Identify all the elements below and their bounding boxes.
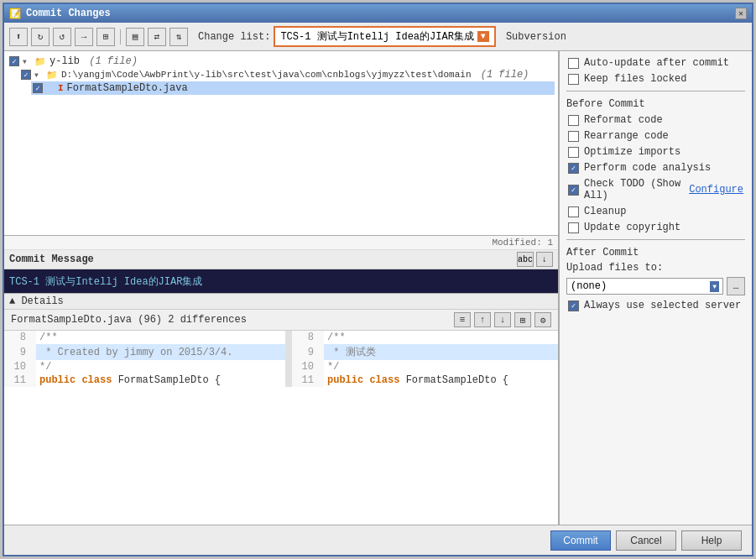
diff-left-marker-3: [29, 360, 36, 374]
update-copyright-row: Update copyright: [566, 221, 745, 234]
tree-item-path[interactable]: ✓ ▼ 📁 D:\yangjm\Code\AwbPrint\y-lib\src\…: [19, 68, 555, 81]
details-header[interactable]: ▲ Details: [4, 294, 558, 310]
cleanup-row: Cleanup: [566, 205, 745, 218]
diff-divider-1: [285, 331, 292, 344]
toolbar-btn-2[interactable]: ↻: [31, 28, 50, 46]
keep-locked-checkbox[interactable]: [568, 74, 579, 85]
divider-1: [566, 91, 745, 91]
diff-left-marker-4: [29, 374, 36, 387]
auto-update-row: Auto-update after commit: [566, 56, 745, 70]
upload-dropdown-arrow-icon: ▼: [710, 281, 719, 292]
diff-btn-align[interactable]: ≡: [454, 312, 471, 327]
dropdown-arrow-icon: ▼: [477, 31, 489, 42]
rearrange-row: Rearrange code: [566, 129, 745, 143]
diff-right-marker-1: [317, 331, 324, 344]
always-use-label: Always use selected server: [584, 300, 741, 311]
diff-right-code-1: /**: [324, 331, 558, 344]
tree-text-path: D:\yangjm\Code\AwbPrint\y-lib\src\test\j…: [61, 70, 471, 80]
cleanup-checkbox[interactable]: [568, 206, 579, 217]
toolbar-btn-7[interactable]: ⇄: [148, 28, 166, 46]
cleanup-label: Cleanup: [584, 206, 626, 217]
toolbar: ⬆ ↻ ↺ → ⊞ ▤ ⇄ ⇅ Change list: TCS-1 测试与In…: [4, 23, 752, 51]
diff-file-info: FormatSampleDto.java (96) 2 differences: [11, 314, 247, 326]
configure-link[interactable]: Configure: [689, 184, 743, 196]
tree-meta-ylib: (1 file): [83, 55, 138, 67]
toolbar-btn-1[interactable]: ⬆: [9, 28, 28, 46]
diff-left-num-1: 8: [4, 331, 29, 344]
change-list-value: TCS-1 测试与Intellj Idea的JIAR集成: [280, 29, 473, 44]
optimize-checkbox[interactable]: [568, 147, 579, 158]
modified-text: Modified: 1: [492, 238, 553, 248]
reformat-checkbox[interactable]: [568, 115, 579, 126]
toolbar-separator: [120, 29, 121, 44]
auto-update-label: Auto-update after commit: [584, 57, 729, 69]
toolbar-btn-6[interactable]: ▤: [126, 28, 144, 46]
left-panel: ✓ ▼ 📁 y-lib (1 file) ✓ ▼ 📁 D:\yangjm\Cod…: [4, 51, 559, 555]
title-bar-left: 📝 Commit Changes: [9, 8, 111, 19]
keep-locked-label: Keep files locked: [584, 73, 686, 85]
tree-item-file[interactable]: ✓ I FormatSampleDto.java: [31, 81, 555, 95]
diff-btn-up[interactable]: ↑: [474, 312, 491, 327]
toolbar-btn-5[interactable]: ⊞: [96, 28, 115, 46]
upload-dropdown[interactable]: (none) ▼: [566, 278, 723, 295]
help-button[interactable]: Help: [681, 530, 742, 551]
change-list-dropdown[interactable]: TCS-1 测试与Intellj Idea的JIAR集成 ▼: [274, 26, 495, 47]
diff-btn-settings[interactable]: ⚙: [534, 312, 551, 327]
reformat-label: Reformat code: [584, 114, 663, 126]
toolbar-btn-3[interactable]: ↺: [53, 28, 71, 46]
diff-divider-3: [285, 360, 292, 374]
rearrange-checkbox[interactable]: [568, 131, 579, 142]
tree-checkbox-file[interactable]: ✓: [33, 83, 43, 93]
commit-message-buttons: abc ↓: [517, 252, 553, 267]
before-commit-title: Before Commit: [566, 98, 745, 110]
diff-btn-expand[interactable]: ⊞: [514, 312, 531, 327]
diff-row-3: 10 */ 10 */: [4, 360, 558, 374]
diff-left-code-4: public class FormatSampleDto {: [36, 374, 285, 387]
folder-icon-path: 📁: [46, 70, 58, 81]
perform-label: Perform code analysis: [584, 162, 711, 174]
toolbar-btn-8[interactable]: ⇅: [169, 28, 188, 46]
upload-label: Upload files to:: [566, 262, 745, 274]
check-todo-checkbox[interactable]: ✓: [568, 185, 579, 196]
after-commit-row: (none) ▼ …: [566, 277, 745, 295]
diff-divider-4: [285, 374, 292, 387]
update-copyright-label: Update copyright: [584, 222, 680, 233]
upload-browse-button[interactable]: …: [727, 277, 745, 295]
cancel-button[interactable]: Cancel: [616, 530, 676, 551]
check-todo-label: Check TODO (Show All): [584, 178, 684, 201]
window-icon: 📝: [9, 8, 21, 19]
perform-row: ✓ Perform code analysis: [566, 161, 745, 175]
diff-toolbar: ≡ ↑ ↓ ⊞ ⚙: [454, 312, 551, 327]
update-copyright-checkbox[interactable]: [568, 222, 579, 233]
divider-2: [566, 239, 745, 240]
commit-msg-btn-abc[interactable]: abc: [517, 252, 534, 267]
keep-locked-row: Keep files locked: [566, 72, 745, 86]
tree-checkbox-ylib[interactable]: ✓: [9, 56, 19, 66]
window-title: Commit Changes: [26, 8, 111, 19]
diff-info-bar: FormatSampleDto.java (96) 2 differences …: [4, 310, 558, 331]
tree-item-ylib[interactable]: ✓ ▼ 📁 y-lib (1 file): [8, 55, 555, 68]
perform-checkbox[interactable]: ✓: [568, 163, 579, 174]
diff-left-num-3: 10: [4, 360, 29, 374]
tree-arrow-file: [46, 85, 55, 92]
check-todo-row: ✓ Check TODO (Show All) Configure: [566, 177, 745, 202]
diff-divider-2: [285, 344, 292, 360]
diff-right-marker-4: [317, 374, 324, 387]
commit-message-input[interactable]: [4, 269, 558, 293]
commit-message-label: Commit Message: [9, 253, 94, 265]
always-use-row: ✓ Always use selected server: [566, 299, 745, 312]
close-button[interactable]: ✕: [735, 8, 747, 19]
auto-update-checkbox[interactable]: [568, 58, 579, 69]
tree-checkbox-path[interactable]: ✓: [21, 70, 31, 80]
tree-arrow-ylib: ▼: [23, 58, 31, 65]
diff-row-4: 11 public class FormatSampleDto { 11 pub…: [4, 374, 558, 387]
commit-button[interactable]: Commit: [550, 530, 611, 551]
diff-table: 8 /** 8 /** 9 * Creat: [4, 331, 558, 387]
bottom-bar: Commit Cancel Help: [4, 525, 752, 555]
toolbar-btn-4[interactable]: →: [75, 28, 93, 46]
tree-text-file: FormatSampleDto.java: [67, 82, 188, 94]
diff-right-num-3: 10: [292, 360, 317, 374]
diff-btn-down[interactable]: ↓: [494, 312, 511, 327]
always-use-checkbox[interactable]: ✓: [568, 300, 579, 311]
commit-msg-btn-down[interactable]: ↓: [536, 252, 553, 267]
